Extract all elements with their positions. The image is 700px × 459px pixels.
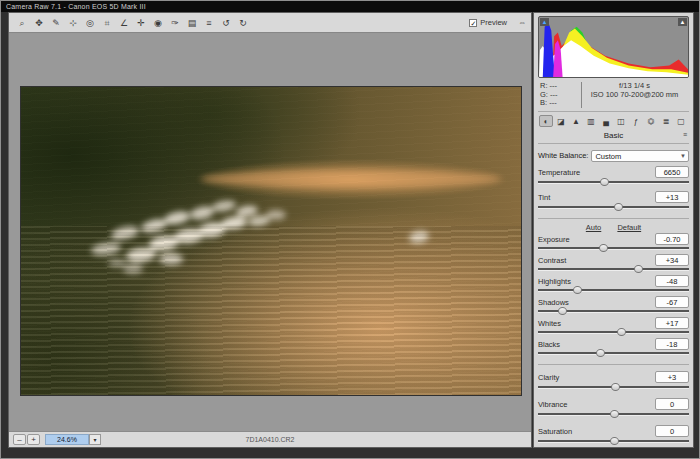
- slider-track[interactable]: [538, 289, 689, 292]
- histogram-plot: [539, 17, 689, 77]
- straighten-tool[interactable]: ∠: [116, 15, 132, 30]
- tab-lens-corrections[interactable]: ◫: [614, 115, 628, 127]
- tab-tone-curve[interactable]: ◪: [554, 115, 568, 127]
- tool-bar: ⌕ ✥ ✎ ⊹ ◎ ⌗ ∠ ✛: [9, 13, 531, 33]
- zoom-tool[interactable]: ⌕: [14, 15, 30, 30]
- exif-readout: R: --- G: --- B: --- f/13 1/4 s ISO 100 …: [538, 78, 689, 112]
- white-balance-tool[interactable]: ✎: [48, 15, 64, 30]
- color-sampler-tool[interactable]: ⊹: [65, 15, 81, 30]
- tab-snapshots[interactable]: ▢: [674, 115, 688, 127]
- slider-value-field[interactable]: -0.70: [655, 233, 689, 245]
- tab-effects[interactable]: ƒ: [629, 115, 643, 127]
- slider-thumb[interactable]: [634, 265, 643, 273]
- slider-value-field[interactable]: 0: [655, 398, 689, 410]
- slider-value-field[interactable]: -18: [655, 338, 689, 350]
- slider-thumb[interactable]: [573, 286, 582, 294]
- slider-track[interactable]: [538, 440, 689, 443]
- auto-link[interactable]: Auto: [586, 223, 601, 232]
- adjustment-brush-tool[interactable]: ✑: [167, 15, 183, 30]
- crop-tool[interactable]: ⌗: [99, 15, 115, 30]
- red-eye-tool[interactable]: ◉: [150, 15, 166, 30]
- slider-track[interactable]: [538, 386, 689, 389]
- camera-raw-window: Camera Raw 7.1 - Canon EOS 5D Mark III ⌕…: [0, 0, 700, 459]
- slider-row: Temperature 6650: [538, 167, 689, 187]
- water-streaks: [21, 226, 521, 395]
- slider-row: Exposure -0.70: [538, 234, 689, 253]
- panel-tabs: ◐ ◪ ▲ ▥ ▄ ◫ ƒ ⏣ ≣ ▢: [538, 112, 689, 129]
- highlight-clipping-warning[interactable]: ▲: [678, 18, 687, 26]
- slider-value-field[interactable]: -48: [655, 275, 689, 287]
- slider-row: Contrast +34: [538, 255, 689, 274]
- slider-row: Tint +13: [538, 192, 689, 212]
- panel-title: Basic ≡: [538, 129, 689, 144]
- slider-track[interactable]: [538, 413, 689, 416]
- slider-track[interactable]: [538, 268, 689, 271]
- filename-label: 7D1A0410.CR2: [9, 436, 531, 443]
- slider-track[interactable]: [538, 352, 689, 355]
- tab-presets[interactable]: ≣: [659, 115, 673, 127]
- slider-value-field[interactable]: 6650: [655, 166, 689, 178]
- slider-thumb[interactable]: [617, 328, 626, 336]
- slider-track[interactable]: [538, 310, 689, 313]
- slider-value-field[interactable]: +17: [655, 317, 689, 329]
- slider-thumb[interactable]: [596, 349, 605, 357]
- slider-thumb[interactable]: [558, 307, 567, 315]
- slider-thumb[interactable]: [599, 244, 608, 252]
- slider-row: Clarity +3: [538, 372, 689, 392]
- shadow-clipping-warning[interactable]: ▲: [540, 18, 549, 26]
- adjustments-panel: ▲ ▲ R: --- G: --- B: --- f/13 1/4 s ISO …: [533, 12, 694, 448]
- white-balance-select[interactable]: Custom ▼: [591, 150, 689, 162]
- graduated-filter-tool[interactable]: ▤: [184, 15, 200, 30]
- slider-track[interactable]: [538, 247, 689, 250]
- hand-tool[interactable]: ✥: [31, 15, 47, 30]
- spot-removal-tool[interactable]: ✛: [133, 15, 149, 30]
- viewer-status-bar: – + 24.6% ▾ 7D1A0410.CR2: [9, 431, 531, 447]
- tab-basic[interactable]: ◐: [539, 115, 553, 127]
- default-link[interactable]: Default: [617, 223, 641, 232]
- preview-label: Preview: [480, 18, 507, 27]
- rotate-left-tool[interactable]: ↺: [218, 15, 234, 30]
- slider-track[interactable]: [538, 206, 689, 209]
- histogram: ▲ ▲: [538, 16, 689, 78]
- slider-row: Blacks -18: [538, 339, 689, 358]
- fullscreen-toggle-icon[interactable]: ⇔: [518, 18, 526, 27]
- slider-thumb[interactable]: [610, 437, 619, 445]
- targeted-adjustment-tool[interactable]: ◎: [82, 15, 98, 30]
- preview-checkbox[interactable]: ✓: [469, 19, 477, 27]
- image-viewer: ⌕ ✥ ✎ ⊹ ◎ ⌗ ∠ ✛: [8, 12, 532, 448]
- slider-row: Shadows -67: [538, 297, 689, 316]
- iso-focal-label: ISO 100 70-200@200 mm: [582, 91, 687, 100]
- white-balance-label: White Balance:: [538, 151, 588, 160]
- slider-value-field[interactable]: -67: [655, 296, 689, 308]
- slider-value-field[interactable]: +3: [655, 371, 689, 383]
- tab-camera-calibration[interactable]: ⏣: [644, 115, 658, 127]
- slider-row: Highlights -48: [538, 276, 689, 295]
- slider-row: Vibrance 0: [538, 399, 689, 419]
- tab-split-toning[interactable]: ▄: [599, 115, 613, 127]
- panel-menu-icon[interactable]: ≡: [683, 131, 687, 138]
- tab-hsl-grayscale[interactable]: ▥: [584, 115, 598, 127]
- slider-thumb[interactable]: [610, 410, 619, 418]
- slider-track[interactable]: [538, 331, 689, 334]
- tab-detail[interactable]: ▲: [569, 115, 583, 127]
- photo-preview[interactable]: [20, 86, 522, 396]
- chevron-down-icon: ▼: [680, 151, 686, 162]
- slider-thumb[interactable]: [611, 383, 620, 391]
- slider-thumb[interactable]: [614, 203, 623, 211]
- canvas-area: [9, 34, 531, 431]
- slider-thumb[interactable]: [600, 178, 609, 186]
- slider-row: Saturation 0: [538, 426, 689, 446]
- rgb-b-value: B: ---: [540, 99, 581, 108]
- slider-track[interactable]: [538, 181, 689, 184]
- slider-value-field[interactable]: +13: [655, 191, 689, 203]
- rotate-right-tool[interactable]: ↻: [235, 15, 251, 30]
- window-title: Camera Raw 7.1 - Canon EOS 5D Mark III: [1, 1, 699, 12]
- slider-value-field[interactable]: +34: [655, 254, 689, 266]
- preferences-tool[interactable]: ≡: [201, 15, 217, 30]
- slider-row: Whites +17: [538, 318, 689, 337]
- slider-value-field[interactable]: 0: [655, 425, 689, 437]
